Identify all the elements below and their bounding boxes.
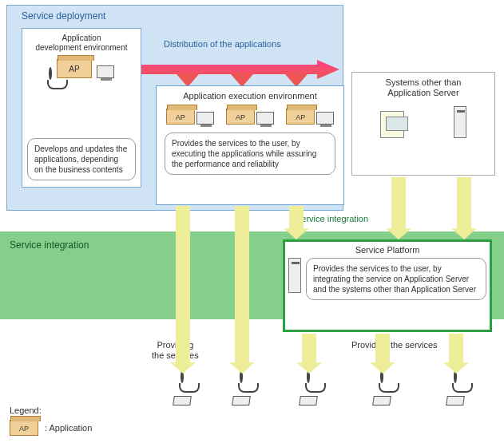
distribution-arrow-icon [141,55,341,87]
legend-ap-meaning: : Application [45,423,92,433]
server-icon [288,258,301,293]
service-deployment-box: Service deployment Applicationdevelopmen… [6,5,343,211]
diagram-root: Service deployment Applicationdevelopmen… [0,0,504,447]
ap-package-icon: AP [226,109,255,125]
service-integration-title: Service integration [10,239,89,251]
distribution-label: Distribution of the applications [164,39,281,49]
user-icon [363,372,401,405]
flow-arrow-icon [457,177,471,230]
legend-title: Legend: [10,405,92,415]
documents-icon [380,111,404,138]
other-systems-box: Systems other thanApplication Server [351,72,495,176]
server-icon [196,112,214,125]
dev-environment-title: Applicationdevelopment environment [26,34,137,53]
user-icon [436,372,474,405]
flow-arrow-icon [235,206,249,364]
ap-package-icon: AP [286,109,315,125]
person-icon [49,69,52,78]
computer-icon [97,65,114,78]
server-icon [316,112,334,125]
flow-arrow-icon [375,334,390,364]
other-systems-title: Systems other thanApplication Server [355,77,491,98]
execution-environment-title: Application execution environment [160,91,340,101]
service-deployment-title: Service deployment [22,10,105,22]
user-icon [163,372,201,405]
user-icon [289,372,327,405]
legend: Legend: AP : Application [10,405,92,436]
dev-environment-note: Develops and updates the applications, d… [27,138,136,180]
server-icon [256,112,274,125]
providing-services-label-right: Providing the services [351,340,438,350]
flow-arrow-icon [449,334,463,364]
execution-environment-box: Application execution environment AP AP … [156,85,344,205]
service-platform-title: Service Platform [288,245,486,255]
ap-package-icon: AP [166,109,195,125]
dev-environment-box: Applicationdevelopment environment AP De… [22,28,141,188]
user-icon [222,372,260,405]
flow-arrow-icon [176,206,190,364]
service-platform-box: Service Platform Provides the services t… [283,239,492,332]
flow-arrow-icon [302,334,316,364]
flow-arrow-icon [289,206,304,230]
ap-package-icon: AP [10,420,38,436]
ap-package-icon: AP [57,59,92,78]
flow-arrow-icon [391,177,406,230]
service-integration-flow-label: Service integration [296,214,368,224]
execution-environment-note: Provides the services to the user, by ex… [165,133,335,175]
server-icon [454,106,466,138]
service-platform-note: Provides the services to the user, by in… [306,258,486,300]
